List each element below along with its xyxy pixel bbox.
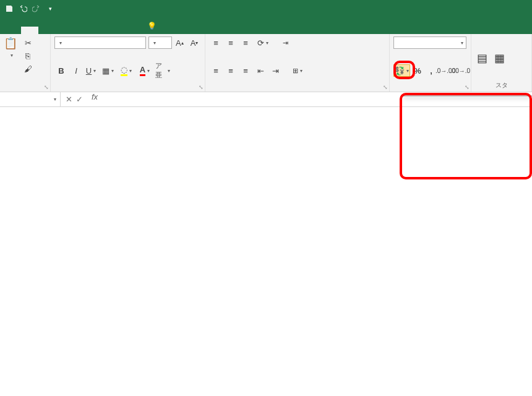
- save-icon[interactable]: [2, 2, 16, 15]
- copy-button[interactable]: ⎘: [21, 50, 35, 62]
- font-color-button[interactable]: A▾: [136, 64, 153, 77]
- conditional-format-button[interactable]: ▤: [475, 51, 489, 66]
- bucket-icon: ◌: [121, 65, 127, 76]
- paste-icon: 📋: [4, 37, 17, 50]
- accounting-format-button[interactable]: 💱▾: [393, 64, 410, 77]
- tell-me-search[interactable]: 💡: [142, 18, 164, 34]
- tab-data[interactable]: [90, 27, 108, 34]
- decrease-indent-icon[interactable]: ⇤: [254, 64, 267, 77]
- styles-label: スタ: [475, 81, 528, 90]
- tab-page-layout[interactable]: [56, 27, 73, 34]
- tab-home[interactable]: [21, 27, 38, 34]
- underline-button[interactable]: U▾: [84, 64, 98, 77]
- wrap-text-button[interactable]: ⇥: [280, 37, 291, 49]
- ribbon: 📋 ▾ ✂ ⎘ 🖌 ⤡ ▾ ▾ A▴ A▾ B I U▾ ▦▾ ◌▾: [0, 34, 532, 92]
- name-box[interactable]: ▾: [0, 92, 61, 106]
- increase-indent-icon[interactable]: ⇥: [268, 64, 282, 77]
- cancel-formula-icon[interactable]: ✕: [66, 95, 72, 104]
- bold-button[interactable]: B: [54, 64, 68, 77]
- percent-button[interactable]: %: [411, 64, 424, 77]
- decrease-font-icon[interactable]: A▾: [187, 37, 201, 49]
- align-middle-icon[interactable]: ≡: [224, 37, 238, 49]
- font-name-combo[interactable]: ▾: [54, 37, 146, 49]
- merge-icon: ⊞: [293, 67, 298, 75]
- merge-center-button[interactable]: ⊞ ▾: [290, 64, 306, 77]
- group-alignment: ≡ ≡ ≡ ⟳▾ ⇥ ≡ ≡ ≡ ⇤ ⇥ ⊞ ▾ ⤡: [205, 34, 390, 92]
- orientation-button[interactable]: ⟳▾: [254, 37, 272, 49]
- format-painter-button[interactable]: 🖌: [21, 62, 35, 75]
- dialog-launcher-icon[interactable]: ⤡: [199, 84, 204, 90]
- currency-format-menu: [402, 95, 532, 97]
- align-center-icon[interactable]: ≡: [224, 64, 238, 77]
- group-styles: ▤ ▦ スタ: [471, 34, 532, 92]
- cond-format-icon: ▤: [475, 51, 489, 65]
- dialog-launcher-icon[interactable]: ⤡: [383, 84, 388, 90]
- title-bar: ▾: [0, 0, 532, 17]
- group-clipboard: 📋 ▾ ✂ ⎘ 🖌 ⤡: [0, 34, 51, 92]
- tab-review[interactable]: [108, 27, 125, 34]
- dialog-launcher-icon[interactable]: ⤡: [465, 84, 470, 90]
- fill-color-button[interactable]: ◌▾: [118, 64, 135, 77]
- fx-icon[interactable]: fx: [88, 92, 101, 106]
- group-number: ▾ 💱▾ % , .0→.00 .00→.0 ⤡: [390, 34, 471, 92]
- paste-button[interactable]: 📋 ▾: [4, 37, 17, 58]
- undo-icon[interactable]: [16, 2, 30, 15]
- table-icon: ▦: [492, 51, 506, 65]
- chevron-down-icon: ▾: [52, 97, 56, 102]
- enter-formula-icon[interactable]: ✓: [76, 95, 83, 104]
- format-table-button[interactable]: ▦: [492, 51, 506, 66]
- align-left-icon[interactable]: ≡: [209, 64, 223, 77]
- wrap-icon: ⇥: [283, 39, 288, 47]
- align-top-icon[interactable]: ≡: [209, 37, 223, 49]
- number-format-combo[interactable]: ▾: [393, 37, 466, 49]
- align-right-icon[interactable]: ≡: [239, 64, 252, 77]
- increase-font-icon[interactable]: A▴: [173, 37, 187, 49]
- tab-view[interactable]: [125, 27, 142, 34]
- align-bottom-icon[interactable]: ≡: [239, 37, 252, 49]
- qat-customize-icon[interactable]: ▾: [43, 2, 57, 15]
- font-size-combo[interactable]: ▾: [148, 37, 172, 49]
- lightbulb-icon: 💡: [147, 22, 157, 30]
- dialog-launcher-icon[interactable]: ⤡: [44, 84, 49, 90]
- tab-file[interactable]: [4, 27, 21, 34]
- group-font: ▾ ▾ A▴ A▾ B I U▾ ▦▾ ◌▾ A▾ ア亜▾ ⤡: [51, 34, 205, 92]
- decrease-decimal-icon[interactable]: .00→.0: [453, 64, 467, 77]
- phonetic-button[interactable]: ア亜▾: [155, 64, 171, 77]
- currency-icon: 💱: [395, 66, 405, 75]
- formula-bar: ▾ ✕ ✓ fx: [0, 92, 532, 107]
- tab-insert[interactable]: [38, 27, 56, 34]
- tab-formulas[interactable]: [73, 27, 90, 34]
- italic-button[interactable]: I: [69, 64, 83, 77]
- borders-button[interactable]: ▦▾: [99, 64, 116, 77]
- ribbon-tabs: 💡: [0, 17, 532, 34]
- formula-input[interactable]: [101, 92, 532, 106]
- redo-icon[interactable]: [30, 2, 43, 15]
- chevron-down-icon: ▾: [9, 53, 13, 58]
- cut-button[interactable]: ✂: [21, 37, 35, 49]
